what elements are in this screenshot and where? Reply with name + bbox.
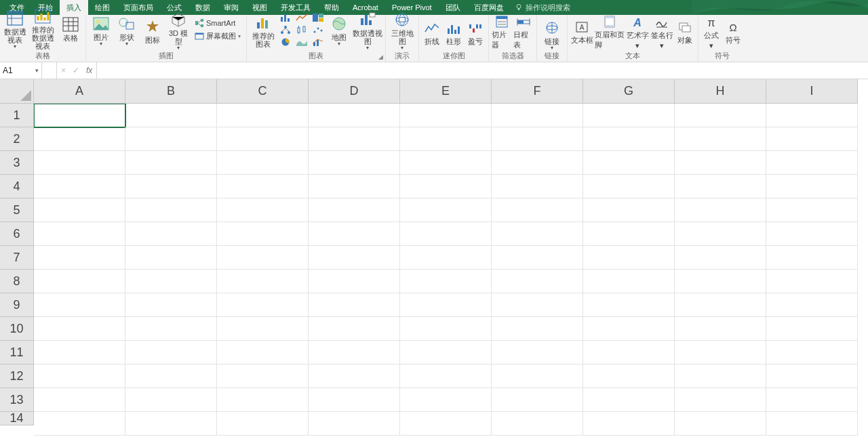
column-header-B[interactable]: B [125, 79, 217, 104]
statistic-chart-button[interactable] [294, 24, 309, 35]
cell[interactable] [675, 412, 766, 436]
cell[interactable] [583, 198, 675, 222]
column-header-I[interactable]: I [766, 79, 858, 104]
column-header-C[interactable]: C [217, 79, 309, 104]
cell[interactable] [583, 412, 675, 436]
cell[interactable] [34, 341, 125, 364]
cell[interactable] [217, 246, 309, 270]
cell[interactable] [400, 104, 492, 127]
cell[interactable] [766, 388, 858, 412]
cell[interactable] [400, 222, 492, 246]
wordart-button[interactable]: A 艺术字 ▾ [626, 15, 649, 50]
shapes-button[interactable]: 形状 ▾ [115, 14, 139, 46]
cell[interactable] [492, 246, 583, 270]
row-header-4[interactable]: 4 [0, 175, 34, 198]
scatter-chart-button[interactable] [311, 24, 326, 35]
row-header-11[interactable]: 11 [0, 341, 34, 364]
cell[interactable] [309, 246, 400, 270]
cell[interactable] [766, 293, 858, 317]
cell[interactable] [766, 270, 858, 293]
cell[interactable] [125, 364, 217, 388]
cell[interactable] [217, 270, 309, 293]
textbox-button[interactable]: A 文本框 [570, 20, 593, 45]
cell[interactable] [492, 104, 583, 127]
cell[interactable] [309, 151, 400, 175]
cell[interactable] [125, 293, 217, 317]
cell[interactable] [400, 198, 492, 222]
cell[interactable] [675, 270, 766, 293]
cell[interactable] [309, 317, 400, 341]
cell[interactable] [675, 222, 766, 246]
column-header-G[interactable]: G [583, 79, 675, 104]
cell[interactable] [675, 246, 766, 270]
table-button[interactable]: 表格 [58, 14, 83, 42]
symbol-button[interactable]: Ω 符号 [723, 20, 743, 45]
cell[interactable] [217, 127, 309, 151]
name-box[interactable]: A1 ▾ [0, 62, 42, 79]
row-header-12[interactable]: 12 [0, 364, 34, 388]
row-header-8[interactable]: 8 [0, 270, 34, 293]
cell[interactable] [217, 198, 309, 222]
enter-formula-icon[interactable]: ✓ [73, 66, 79, 75]
recommended-charts-button[interactable]: 推荐的图表 [250, 12, 277, 48]
cell[interactable] [675, 104, 766, 127]
cell[interactable] [492, 364, 583, 388]
cell[interactable] [766, 198, 858, 222]
cell[interactable] [34, 222, 125, 246]
pie-chart-button[interactable] [278, 37, 293, 47]
cell[interactable] [217, 222, 309, 246]
cell[interactable] [34, 364, 125, 388]
cell[interactable] [583, 175, 675, 198]
cell[interactable] [34, 293, 125, 317]
cell[interactable] [400, 293, 492, 317]
column-header-A[interactable]: A [34, 79, 125, 104]
column-header-F[interactable]: F [492, 79, 583, 104]
cell[interactable] [309, 388, 400, 412]
cell[interactable] [400, 151, 492, 175]
row-header-5[interactable]: 5 [0, 198, 34, 222]
cell[interactable] [675, 198, 766, 222]
screenshot-button[interactable]: 屏幕截图 ▾ [192, 30, 243, 42]
maps-button[interactable]: 地图 ▾ [327, 14, 351, 46]
cell[interactable] [309, 412, 400, 436]
cell[interactable] [492, 222, 583, 246]
cell[interactable] [583, 127, 675, 151]
cell[interactable] [125, 175, 217, 198]
cell-A1[interactable] [34, 104, 125, 127]
link-button[interactable]: 链接 ▾ [540, 18, 564, 50]
cell[interactable] [309, 127, 400, 151]
column-chart-button[interactable] [278, 12, 293, 23]
cell[interactable] [217, 151, 309, 175]
sparkline-winloss-button[interactable]: 盈亏 [465, 21, 486, 47]
cell[interactable] [125, 222, 217, 246]
cell[interactable] [34, 388, 125, 412]
cell[interactable] [217, 104, 309, 127]
object-button[interactable]: 对象 [675, 20, 695, 45]
cell[interactable] [34, 175, 125, 198]
formula-input[interactable] [97, 62, 868, 79]
row-header-3[interactable]: 3 [0, 151, 34, 175]
row-header-2[interactable]: 2 [0, 127, 34, 151]
cell[interactable] [675, 127, 766, 151]
cell[interactable] [217, 364, 309, 388]
cell[interactable] [309, 104, 400, 127]
cell[interactable] [583, 222, 675, 246]
cell[interactable] [583, 293, 675, 317]
select-all-button[interactable] [0, 79, 34, 104]
cell[interactable] [34, 317, 125, 341]
cell[interactable] [217, 341, 309, 364]
cell[interactable] [766, 341, 858, 364]
cell[interactable] [675, 317, 766, 341]
cell[interactable] [583, 388, 675, 412]
headerfooter-button[interactable]: 页眉和页脚 [595, 14, 625, 50]
cell[interactable] [400, 412, 492, 436]
sparkline-line-button[interactable]: 折线 [422, 21, 442, 47]
row-header-10[interactable]: 10 [0, 317, 34, 341]
cell[interactable] [125, 270, 217, 293]
row-header-9[interactable]: 9 [0, 293, 34, 317]
cell[interactable] [766, 317, 858, 341]
cell[interactable] [400, 341, 492, 364]
cell[interactable] [217, 175, 309, 198]
sigline-button[interactable]: 签名行 ▾ [650, 15, 673, 50]
cell[interactable] [583, 246, 675, 270]
